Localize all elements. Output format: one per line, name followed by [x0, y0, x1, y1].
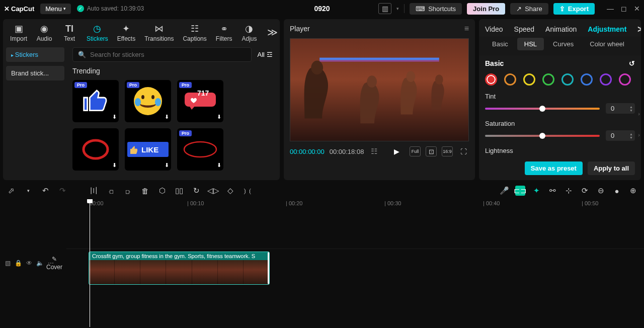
inspector-tab-speed[interactable]: Speed: [514, 25, 534, 33]
flip-icon[interactable]: ◁▷: [208, 186, 218, 196]
download-icon[interactable]: ⬇: [112, 114, 117, 120]
clip-resize-handle[interactable]: [268, 252, 270, 284]
redo-icon[interactable]: ↷: [57, 186, 67, 196]
minimize-button[interactable]: —: [607, 5, 614, 13]
link-icon[interactable]: ⚯: [547, 186, 557, 196]
canvas-icon[interactable]: ▧: [5, 260, 11, 267]
mute-icon[interactable]: 🔈: [36, 260, 44, 267]
eye-icon[interactable]: 👁: [26, 260, 32, 267]
sticker-emoji-laugh[interactable]: Pro ⬇: [125, 80, 171, 122]
reverse-icon[interactable]: ↻: [191, 186, 201, 196]
player-menu-icon[interactable]: ≡: [464, 24, 469, 33]
voice-icon[interactable]: 🎤: [499, 186, 509, 196]
tab-stickers[interactable]: ◷Stickers: [83, 22, 112, 43]
swatch-orange[interactable]: [504, 73, 516, 86]
mirror-icon[interactable]: ▯▯: [174, 186, 184, 196]
slider-thumb[interactable]: [539, 106, 545, 112]
download-icon[interactable]: ⬇: [165, 162, 169, 169]
inspector-tab-animation[interactable]: Animation: [545, 25, 577, 33]
full-button[interactable]: Full: [410, 146, 421, 156]
sticker-like-button[interactable]: LIKE ⬇: [125, 128, 171, 171]
playhead[interactable]: [90, 199, 90, 327]
rotate-icon[interactable]: ◇: [225, 186, 235, 196]
tab-adjustment[interactable]: ◑Adjus: [237, 22, 261, 43]
mask-icon[interactable]: ⬡: [157, 186, 167, 196]
tab-transitions[interactable]: ⋈Transitions: [140, 22, 178, 43]
sticker-thumbs-up[interactable]: Pro ⬇: [72, 80, 119, 122]
inspector-tab-video[interactable]: Video: [485, 25, 503, 33]
magnet-main-icon[interactable]: ⊏⊐: [515, 186, 525, 196]
filter-all-button[interactable]: All☲: [256, 51, 275, 58]
crop-icon[interactable]: ⟯⟮: [243, 186, 253, 196]
swatch-cyan[interactable]: [561, 73, 574, 86]
share-button[interactable]: ↗Share: [510, 3, 548, 15]
pointer-tool-icon[interactable]: ⬀: [6, 186, 16, 196]
swatch-red[interactable]: [485, 73, 497, 86]
pointer-menu-icon[interactable]: ▾: [23, 186, 33, 196]
subtab-color-wheel[interactable]: Color wheel: [583, 38, 631, 50]
layout-icon[interactable]: ▥: [378, 3, 391, 14]
preview-quality-icon[interactable]: ⊡: [426, 146, 437, 156]
caret-right-icon[interactable]: ›: [638, 132, 640, 138]
sticker-heart-count[interactable]: Pro 717 ⬇: [177, 80, 223, 122]
subtab-curves[interactable]: Curves: [546, 38, 581, 50]
slider-thumb[interactable]: [539, 133, 545, 139]
magnet-aux-icon[interactable]: ✦: [531, 186, 541, 196]
trim-right-icon[interactable]: ⟥: [123, 186, 133, 196]
category-brand-stickers[interactable]: Brand stick...: [6, 66, 64, 80]
sticker-red-oval-thin[interactable]: Pro ⬇: [177, 128, 223, 171]
delete-icon[interactable]: 🗑: [140, 186, 150, 196]
split-icon[interactable]: 〣: [89, 186, 99, 196]
close-button[interactable]: ✕: [634, 5, 640, 13]
tint-slider[interactable]: [485, 108, 600, 110]
tint-value-input[interactable]: 0▲▼: [606, 103, 635, 114]
inspector-tab-adjustment[interactable]: Adjustment: [588, 25, 626, 33]
caret-right-icon[interactable]: ›: [638, 111, 640, 117]
compare-icon[interactable]: ☷: [369, 146, 379, 156]
zoom-in-icon[interactable]: ⊕: [628, 186, 638, 196]
tab-text[interactable]: TIText: [57, 22, 82, 43]
apply-to-all-button[interactable]: Apply to all: [588, 161, 635, 175]
inspector-tabs-more[interactable]: ≫: [637, 24, 641, 34]
aspect-ratio-button[interactable]: 16:9: [442, 146, 453, 156]
subtab-basic[interactable]: Basic: [485, 38, 515, 50]
swatch-green[interactable]: [542, 73, 554, 86]
tab-filters[interactable]: ⚭Filters: [212, 22, 236, 43]
lock-icon[interactable]: 🔒: [15, 260, 22, 267]
download-icon[interactable]: ⬇: [217, 114, 221, 120]
more-icon[interactable]: ⋯: [48, 260, 54, 267]
video-clip[interactable]: Crossfit gym, group fitness in the gym. …: [89, 252, 270, 285]
search-input[interactable]: [90, 51, 246, 58]
tab-import[interactable]: ▣Import: [6, 22, 31, 43]
subtab-hsl[interactable]: HSL: [517, 38, 544, 50]
download-icon[interactable]: ⬇: [217, 162, 221, 169]
menu-button[interactable]: Menu▾: [40, 4, 71, 14]
sticker-search[interactable]: 🔍: [72, 47, 252, 62]
swatch-yellow[interactable]: [523, 73, 535, 86]
undo-icon[interactable]: ↶: [40, 186, 50, 196]
reset-icon[interactable]: ↺: [629, 59, 635, 67]
saturation-value-input[interactable]: 0▲▼: [606, 130, 635, 141]
align-icon[interactable]: ⊹: [564, 186, 574, 196]
swatch-blue[interactable]: [581, 73, 593, 86]
maximize-button[interactable]: ◻: [621, 5, 627, 13]
preview-icon[interactable]: ⟳: [580, 186, 590, 196]
player-viewport[interactable]: [290, 38, 469, 141]
join-pro-button[interactable]: Join Pro: [467, 3, 505, 15]
tracks-area[interactable]: 00:00 | 00:10 | 00:20 | 00:30 | 00:40 | …: [66, 199, 644, 327]
tab-captions[interactable]: ☷Captions: [179, 22, 210, 43]
swatch-magenta[interactable]: [619, 73, 631, 86]
saturation-slider[interactable]: [485, 135, 600, 137]
tab-audio[interactable]: ◉Audio: [32, 22, 56, 43]
play-button[interactable]: ▶: [394, 147, 399, 155]
download-icon[interactable]: ⬇: [112, 162, 117, 169]
swatch-purple[interactable]: [600, 73, 612, 86]
trim-left-icon[interactable]: ⟤: [106, 186, 116, 196]
tabs-scroll-right[interactable]: ≫: [267, 26, 278, 38]
time-ruler[interactable]: 00:00 | 00:10 | 00:20 | 00:30 | 00:40 | …: [66, 199, 644, 209]
zoom-slider-icon[interactable]: ●: [612, 186, 622, 196]
export-button[interactable]: ⇪Export: [553, 3, 595, 15]
zoom-out-icon[interactable]: ⊖: [596, 186, 606, 196]
download-icon[interactable]: ⬇: [165, 114, 169, 120]
category-stickers[interactable]: Stickers: [6, 47, 64, 62]
